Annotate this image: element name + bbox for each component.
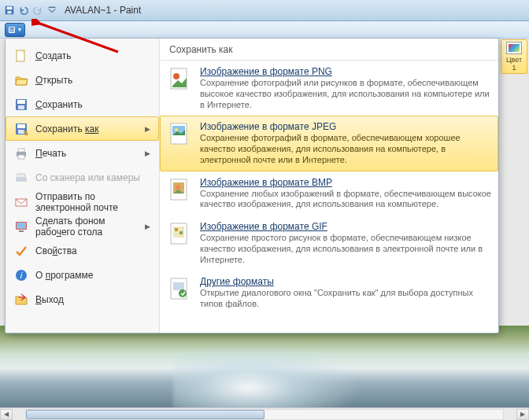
scroll-thumb[interactable]	[26, 410, 264, 419]
svg-rect-17	[18, 149, 24, 152]
png-file-icon	[167, 66, 192, 91]
file-menu-right: Сохранить как Изображение в формате PNG …	[160, 39, 498, 333]
other-formats-icon	[167, 276, 192, 301]
menu-item-open[interactable]: Открыть	[6, 68, 159, 92]
svg-rect-1	[7, 7, 13, 10]
printer-icon	[14, 146, 28, 160]
svg-rect-12	[18, 105, 24, 109]
svg-rect-23	[17, 223, 26, 229]
window-title: AVALAN~1 - Paint	[65, 5, 526, 16]
color-edit-button[interactable]: Цвет 1	[501, 39, 527, 74]
qat-customize-icon[interactable]	[46, 4, 58, 17]
qat-undo-icon[interactable]	[17, 4, 30, 17]
file-menu-left: Создать Открыть Сохранить Сохранить как …	[6, 39, 160, 333]
sub-text: Изображение в формате BMP Сохранение люб…	[200, 177, 491, 211]
sub-desc: Сохранение любых изображений в формате, …	[200, 189, 491, 211]
menu-item-save-as[interactable]: Сохранить как ▶	[6, 116, 159, 141]
save-disk-icon	[14, 98, 28, 112]
svg-rect-38	[179, 231, 183, 234]
qat-redo-icon[interactable]	[31, 4, 44, 17]
quick-access-toolbar	[3, 4, 58, 17]
menu-item-scanner: Со сканера или камеры	[6, 165, 159, 190]
menu-item-print[interactable]: Печать ▶	[6, 141, 159, 165]
scroll-left-arrow-icon[interactable]: ◀	[0, 409, 13, 420]
new-file-icon	[14, 49, 28, 63]
sub-text: Изображение в формате JPEG Сохранение фо…	[200, 121, 491, 165]
svg-rect-18	[18, 155, 24, 159]
qat-save-icon[interactable]	[3, 4, 16, 17]
file-menu-button[interactable]: ▼	[5, 23, 25, 37]
sub-text: Изображение в формате GIF Сохранение про…	[200, 221, 491, 265]
scroll-right-arrow-icon[interactable]: ▶	[516, 409, 529, 420]
menu-item-label: О программе	[35, 270, 93, 281]
bmp-file-icon	[167, 177, 192, 202]
menu-item-about[interactable]: i О программе	[6, 263, 159, 287]
menu-item-label: Сохранить как	[35, 123, 98, 134]
sub-desc: Сохранение простого рисунок в формате, о…	[200, 233, 491, 265]
svg-rect-3	[49, 7, 56, 8]
svg-rect-7	[9, 31, 14, 31]
menu-item-email[interactable]: Отправить по электронной почте	[6, 190, 159, 214]
menu-item-label: Создать	[35, 50, 72, 61]
svg-point-28	[173, 73, 179, 79]
svg-rect-5	[9, 28, 14, 29]
svg-rect-14	[17, 124, 25, 128]
menu-item-label: Свойства	[35, 245, 77, 256]
desktop-icon	[14, 219, 28, 234]
chevron-right-icon: ▶	[145, 149, 150, 157]
canvas-image: © Worldvisits.com ◀ ▶	[0, 326, 529, 420]
exit-icon	[14, 293, 28, 307]
sub-desc: Открытие диалогового окна "Сохранить как…	[200, 288, 491, 310]
save-as-gif[interactable]: Изображение в формате GIF Сохранение про…	[160, 216, 498, 271]
color-label: Цвет	[506, 56, 522, 64]
sub-text: Другие форматы Открытие диалогового окна…	[200, 276, 491, 310]
sub-title: Изображение в формате GIF	[200, 221, 491, 232]
menu-item-label: Сделать фоном рабочего стола	[35, 216, 138, 238]
svg-rect-40	[173, 282, 184, 290]
chevron-right-icon: ▶	[145, 125, 150, 133]
svg-rect-15	[18, 130, 24, 134]
menu-item-new[interactable]: Создать	[6, 43, 159, 68]
save-as-bmp[interactable]: Изображение в формате BMP Сохранение люб…	[160, 171, 498, 216]
svg-point-41	[179, 289, 187, 297]
save-as-png[interactable]: Изображение в формате PNG Сохранение фот…	[160, 61, 498, 116]
sub-title: Изображение в формате BMP	[200, 177, 491, 188]
sub-title: Изображение в формате PNG	[200, 66, 491, 77]
svg-rect-19	[16, 178, 27, 182]
checkmark-icon	[14, 244, 28, 258]
sub-title: Изображение в формате JPEG	[200, 121, 491, 132]
save-as-jpeg[interactable]: Изображение в формате JPEG Сохранение фо…	[160, 116, 498, 171]
svg-point-31	[175, 128, 178, 131]
ribbon-tabs: ▼	[0, 21, 529, 39]
color-spectrum-icon	[506, 42, 522, 54]
menu-item-save[interactable]: Сохранить	[6, 92, 159, 116]
menu-item-label: Со сканера или камеры	[35, 172, 140, 183]
menu-item-label: Выход	[35, 294, 64, 305]
svg-rect-24	[19, 230, 24, 232]
save-as-other[interactable]: Другие форматы Открытие диалогового окна…	[160, 271, 498, 315]
menu-item-properties[interactable]: Свойства	[6, 238, 159, 263]
color-index: 1	[512, 64, 516, 72]
gif-file-icon	[167, 221, 192, 246]
sub-title: Другие форматы	[200, 276, 491, 287]
info-icon: i	[14, 268, 28, 282]
horizontal-scrollbar[interactable]: ◀ ▶	[0, 407, 529, 420]
submenu-list: Изображение в формате PNG Сохранение фот…	[160, 61, 498, 333]
waterfall-graphic	[173, 345, 362, 416]
svg-rect-2	[7, 11, 11, 14]
svg-rect-11	[17, 100, 25, 104]
jpeg-file-icon	[167, 121, 192, 146]
email-icon	[14, 195, 28, 209]
svg-rect-20	[17, 174, 25, 178]
submenu-header: Сохранить как	[160, 39, 498, 61]
file-menu: Создать Открыть Сохранить Сохранить как …	[5, 38, 499, 333]
scroll-track[interactable]	[25, 409, 504, 420]
menu-item-exit[interactable]: Выход	[6, 287, 159, 311]
sub-text: Изображение в формате PNG Сохранение фот…	[200, 66, 491, 110]
sub-desc: Сохранение фотографий или рисунков в фор…	[200, 78, 491, 110]
sub-desc: Сохранение фотографий в формате, обеспеч…	[200, 133, 491, 165]
svg-point-34	[176, 185, 180, 190]
menu-item-label: Печать	[35, 148, 66, 159]
menu-item-wallpaper[interactable]: Сделать фоном рабочего стола ▶	[6, 214, 159, 238]
title-bar: AVALAN~1 - Paint	[0, 0, 529, 21]
